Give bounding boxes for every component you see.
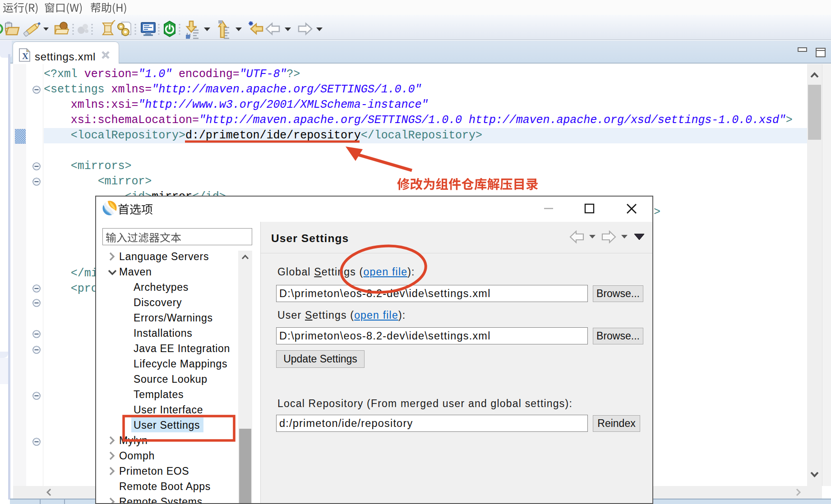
svg-text:X: X	[22, 51, 28, 61]
